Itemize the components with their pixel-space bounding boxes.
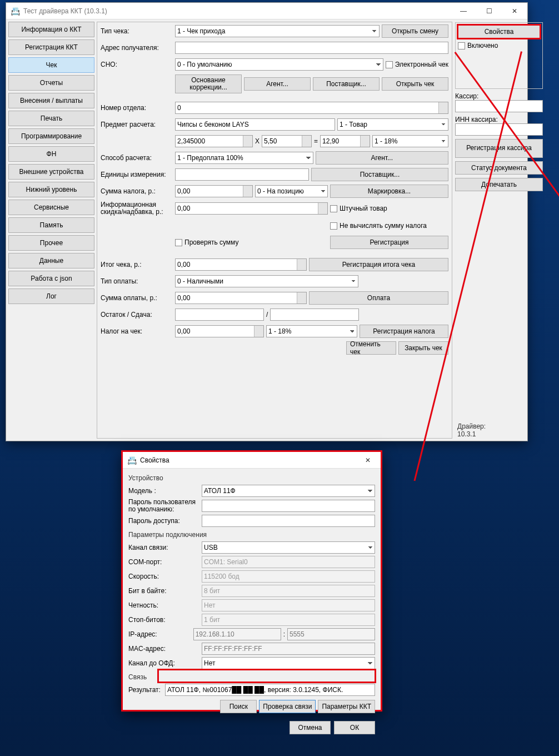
cashier-inn-input[interactable] — [455, 123, 543, 136]
cancel-receipt-button[interactable]: Отменить чек — [346, 341, 396, 355]
marking-button[interactable]: Маркировка... — [330, 185, 448, 198]
register-button[interactable]: Регистрация — [330, 236, 448, 249]
nav-Нижний-уровень[interactable]: Нижний уровень — [8, 182, 94, 197]
nav-Сервисные[interactable]: Сервисные — [8, 200, 94, 215]
line-tax-select[interactable]: 1 - 18% — [372, 135, 448, 147]
pay-sum-input[interactable] — [175, 292, 307, 304]
close-receipt-button[interactable]: Закрыть чек — [398, 341, 448, 355]
info-discount-input[interactable] — [175, 202, 328, 215]
nav-Лог[interactable]: Лог — [8, 289, 94, 304]
com-label: COM-порт: — [128, 558, 199, 566]
cashier-input[interactable] — [455, 100, 543, 112]
nav-Чек[interactable]: Чек — [8, 57, 94, 73]
ofd-label: Канал до ОФД: — [128, 659, 199, 667]
enabled-check[interactable]: Включено — [458, 42, 540, 49]
nav-Отчеты[interactable]: Отчеты — [8, 75, 94, 91]
nav-Данные[interactable]: Данные — [8, 253, 94, 268]
com-select: COM1: Serial0 — [202, 556, 375, 568]
model-label: Модель : — [128, 487, 199, 495]
item-name-input[interactable] — [175, 118, 335, 131]
nav-Внешние-устройства[interactable]: Внешние устройства — [8, 164, 94, 180]
dialog-ok-button[interactable]: ОК — [334, 721, 375, 734]
maximize-button[interactable]: ☐ — [476, 3, 502, 19]
open-receipt-button[interactable]: Открыть чек — [382, 77, 448, 91]
dialog-close-button[interactable]: ✕ — [355, 452, 381, 469]
total-input[interactable] — [175, 258, 307, 271]
remainder-label: Остаток / Сдача: — [101, 311, 173, 319]
verify-sum-check[interactable]: Проверять сумму — [175, 238, 328, 246]
model-select[interactable]: АТОЛ 11Ф — [202, 485, 375, 497]
nav-Прочее[interactable]: Прочее — [8, 235, 94, 251]
search-button[interactable]: Поиск — [220, 700, 257, 713]
dialog-cancel-button[interactable]: Отмена — [290, 721, 331, 734]
close-button[interactable]: ✕ — [502, 3, 527, 19]
address-input[interactable] — [175, 42, 448, 54]
access-pwd-label: Пароль доступа: — [128, 517, 199, 525]
print-more-button[interactable]: Допечатать — [455, 178, 543, 191]
kkt-params-button[interactable]: Параметры ККТ — [318, 700, 375, 713]
electronic-receipt-check[interactable]: Электронный чек — [386, 61, 448, 68]
nav-Программирование[interactable]: Программирование — [8, 128, 94, 144]
nav-Печать[interactable]: Печать — [8, 111, 94, 126]
sno-select[interactable]: 0 - По умолчанию — [175, 58, 383, 71]
correction-basis-button[interactable]: Основание коррекции... — [175, 74, 242, 93]
pay-type-select[interactable]: 0 - Наличными — [175, 275, 358, 287]
nav-Регистрация-ККТ[interactable]: Регистрация ККТ — [8, 39, 94, 55]
port-separator: : — [283, 630, 285, 638]
receipt-type-select[interactable]: 1 - Чек прихода — [175, 25, 380, 37]
register-total-button[interactable]: Регистрация итога чека — [309, 258, 448, 271]
section-device: Устройство — [128, 474, 375, 482]
agent-button[interactable]: Агент... — [244, 77, 311, 91]
result-input[interactable] — [165, 684, 375, 696]
tax-receipt-rate-select[interactable]: 1 - 18% — [266, 325, 357, 337]
supplier2-button[interactable]: Поставщик... — [311, 168, 448, 181]
speed-select: 115200 бод — [202, 570, 375, 583]
price-input[interactable] — [262, 135, 312, 147]
register-tax-button[interactable]: Регистрация налога — [360, 325, 448, 338]
parity-select: Нет — [202, 599, 375, 611]
stop-select: 1 бит — [202, 614, 375, 626]
center-panel: Тип чека: 1 - Чек прихода Открыть смену … — [97, 22, 452, 439]
ofd-select[interactable]: Нет — [202, 657, 375, 669]
channel-label: Канал связи: — [128, 544, 199, 551]
nav-Память[interactable]: Память — [8, 217, 94, 233]
open-shift-button[interactable]: Открыть смену — [382, 24, 448, 38]
agent2-button[interactable]: Агент... — [316, 151, 449, 165]
tax-position-select[interactable]: 0 - На позицию — [255, 185, 328, 197]
item-label: Предмет расчета: — [101, 121, 173, 128]
window-title: Тест драйвера ККТ (10.3.1) — [23, 7, 451, 15]
tax-sum-input[interactable] — [175, 185, 253, 197]
units-input[interactable] — [175, 168, 309, 181]
calc-method-select[interactable]: 1 - Предоплата 100% — [175, 152, 313, 164]
user-pwd-input[interactable] — [202, 500, 375, 512]
channel-select[interactable]: USB — [202, 541, 375, 554]
properties-button[interactable]: Свойства — [458, 25, 540, 38]
remainder-b-input[interactable] — [270, 309, 359, 321]
qty-input[interactable] — [175, 135, 253, 147]
no-tax-calc-check[interactable]: Не вычислять сумму налога — [330, 222, 448, 230]
test-connection-button[interactable]: Проверка связи — [259, 700, 316, 713]
equals-sign: = — [314, 137, 318, 145]
access-pwd-input[interactable] — [202, 515, 375, 527]
doc-status-button[interactable]: Статус документа — [455, 161, 543, 175]
nav-ФН[interactable]: ФН — [8, 146, 94, 162]
piece-goods-check[interactable]: Штучный товар — [330, 205, 448, 212]
sno-label: СНО: — [101, 61, 173, 68]
nav-Внесения-/-выплаты[interactable]: Внесения / выплаты — [8, 93, 94, 108]
payment-button[interactable]: Оплата — [309, 291, 448, 305]
properties-dialog: 📇 Свойства ✕ Устройство Модель :АТОЛ 11Ф… — [121, 450, 382, 712]
item-category-select[interactable]: 1 - Товар — [337, 118, 448, 131]
body: Информация о ККТРегистрация ККТЧекОтчеты… — [6, 19, 527, 441]
result-highlight — [157, 669, 376, 683]
minimize-button[interactable]: — — [451, 3, 476, 19]
remainder-a-input[interactable] — [175, 309, 264, 321]
supplier-button[interactable]: Поставщик... — [313, 77, 380, 91]
tax-receipt-input[interactable] — [175, 325, 264, 337]
address-label: Адрес получателя: — [101, 44, 173, 52]
dept-input[interactable] — [175, 102, 448, 114]
line-total-input[interactable] — [320, 135, 370, 147]
dialog-title: Свойства — [140, 456, 355, 464]
stop-label: Стоп-битов: — [128, 616, 199, 624]
nav-Работа-с-json[interactable]: Работа с json — [8, 271, 94, 286]
nav-Информация-о-ККТ[interactable]: Информация о ККТ — [8, 22, 94, 37]
